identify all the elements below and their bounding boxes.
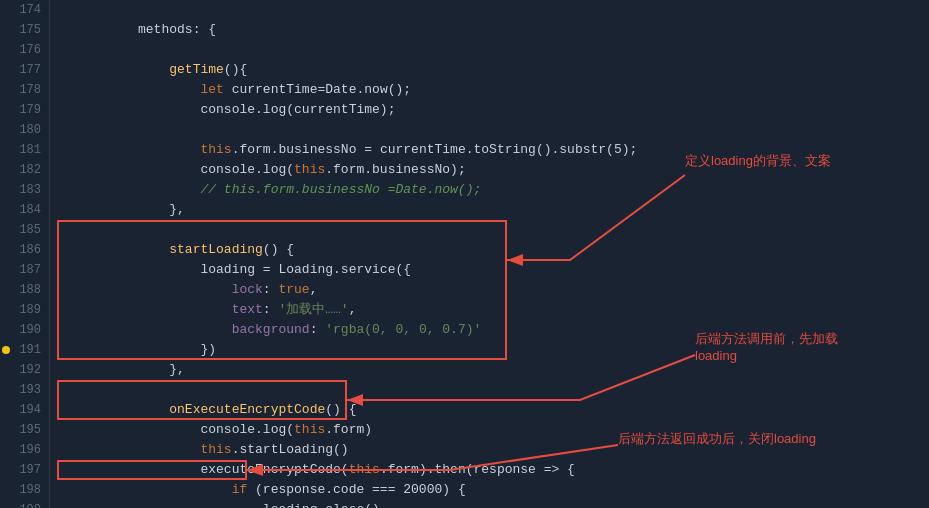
line-191: 191 xyxy=(0,340,41,360)
code-line-184 xyxy=(60,200,929,220)
code-line-185: startLoading() { xyxy=(60,220,929,240)
line-174: 174 xyxy=(0,0,41,20)
code-line-178: console.log(currentTime); xyxy=(60,80,929,100)
code-line-198: loading.close() xyxy=(60,480,929,500)
line-188: 188 xyxy=(0,280,41,300)
code-line-174: methods: { xyxy=(60,0,929,20)
line-180: − 180 xyxy=(0,120,41,140)
line-179: 179 xyxy=(0,100,41,120)
code-line-199: console.log(response.code) xyxy=(60,500,929,508)
annotation-close-loading: 后端方法返回成功后，关闭loading xyxy=(618,430,816,448)
code-line-183: }, xyxy=(60,180,929,200)
line-198: 198 xyxy=(0,480,41,500)
line-175: 175 xyxy=(0,20,41,40)
line-192: 192 xyxy=(0,360,41,380)
line-197: 197 xyxy=(0,460,41,480)
code-line-177: let currentTime=Date.now(); xyxy=(60,60,929,80)
code-line-187: lock: true, xyxy=(60,260,929,280)
code-editor: 174 175 − 176 177 178 179 − 180 181 182 … xyxy=(0,0,929,508)
annotation-loading-bg: 定义loading的背景、文案 xyxy=(685,152,831,170)
code-line-176: getTime(){ xyxy=(60,40,929,60)
code-line-179 xyxy=(60,100,929,120)
code-line-189: background: 'rgba(0, 0, 0, 0.7)' xyxy=(60,300,929,320)
line-186: − 186 xyxy=(0,240,41,260)
annotation-text-2b: loading xyxy=(695,348,737,363)
line-196: − 196 xyxy=(0,440,41,460)
code-line-194: console.log(this.form) xyxy=(60,400,929,420)
annotation-text-1: 定义loading的背景、文案 xyxy=(685,153,831,168)
annotation-text-2a: 后端方法调用前，先加载 xyxy=(695,331,838,346)
line-181: 181 xyxy=(0,140,41,160)
line-195: − 195 xyxy=(0,420,41,440)
line-178: 178 xyxy=(0,80,41,100)
line-190: 190 xyxy=(0,320,41,340)
code-line-197: if (response.code === 20000) { xyxy=(60,460,929,480)
code-line-186: loading = Loading.service({ xyxy=(60,240,929,260)
code-line-175 xyxy=(60,20,929,40)
line-183: 183 xyxy=(0,180,41,200)
line-194: 194 xyxy=(0,400,41,420)
line-193: − 193 xyxy=(0,380,41,400)
line-189: 189 xyxy=(0,300,41,320)
line-numbers: 174 175 − 176 177 178 179 − 180 181 182 … xyxy=(0,0,50,508)
line-182: 182 xyxy=(0,160,41,180)
code-line-180: this.form.businessNo = currentTime.toStr… xyxy=(60,120,929,140)
line-199: 199 xyxy=(0,500,41,508)
code-line-188: text: '加载中……', xyxy=(60,280,929,300)
line-184: 184 xyxy=(0,200,41,220)
line-185: − 185 xyxy=(0,220,41,240)
line-177: 177 xyxy=(0,60,41,80)
annotation-pre-loading: 后端方法调用前，先加载 loading xyxy=(695,330,838,364)
line-187: 187 xyxy=(0,260,41,280)
code-line-193: onExecuteEncryptCode() { xyxy=(60,380,929,400)
breakpoint-191[interactable] xyxy=(2,346,10,354)
annotation-text-3: 后端方法返回成功后，关闭loading xyxy=(618,431,816,446)
line-176: − 176 xyxy=(0,40,41,60)
